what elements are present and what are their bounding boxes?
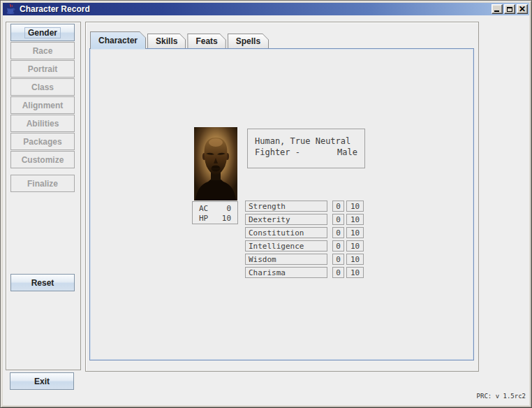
ability-mod-field: 0 bbox=[332, 201, 344, 212]
ability-name-field: Intelligence bbox=[245, 240, 327, 252]
summary-race-alignment: Human, True Neutral bbox=[255, 136, 357, 147]
tab-feats[interactable]: Feats bbox=[187, 34, 226, 48]
ability-name-field: Wisdom bbox=[245, 254, 327, 265]
tab-character[interactable]: Character bbox=[90, 31, 146, 49]
ability-name-field: Charisma bbox=[245, 267, 327, 278]
sidebar-item-abilities: Abilities bbox=[10, 115, 75, 132]
character-summary-box: Human, True Neutral Fighter - Male bbox=[247, 129, 365, 168]
ability-mod-field: 0 bbox=[332, 227, 344, 238]
ability-mod-field: 0 bbox=[332, 254, 344, 265]
ability-score-field: 10 bbox=[346, 214, 364, 225]
titlebar: Character Record ✕ bbox=[3, 3, 529, 15]
ability-name-field: Dexterity bbox=[245, 214, 327, 225]
tab-strip: Character Skills Feats Spells bbox=[90, 31, 270, 48]
character-tab-content: AC 0 HP 10 Human, True Neutral Fighter -… bbox=[89, 48, 474, 360]
maximize-icon bbox=[507, 7, 512, 12]
ability-name-field: Constitution bbox=[245, 227, 327, 238]
sidebar-item-packages: Packages bbox=[10, 133, 75, 150]
ability-score-field: 10 bbox=[346, 254, 364, 265]
minimize-button[interactable] bbox=[492, 4, 503, 14]
character-record-window: Character Record ✕ Gender Race Portrait … bbox=[0, 0, 532, 408]
combat-stats-box: AC 0 HP 10 bbox=[192, 201, 238, 224]
tab-skills[interactable]: Skills bbox=[147, 34, 186, 48]
client-area: Gender Race Portrait Class Alignment Abi… bbox=[3, 15, 529, 405]
ac-value: 0 bbox=[222, 204, 231, 213]
tab-panel: Character Skills Feats Spells bbox=[85, 22, 479, 372]
reset-button[interactable]: Reset bbox=[10, 274, 75, 291]
close-button[interactable]: ✕ bbox=[517, 4, 528, 14]
summary-class: Fighter - bbox=[255, 147, 300, 158]
sidebar-item-customize: Customize bbox=[10, 151, 75, 168]
sidebar-item-race: Race bbox=[10, 42, 75, 59]
close-icon: ✕ bbox=[519, 6, 526, 13]
sidebar-item-class: Class bbox=[10, 78, 75, 96]
ability-mod-field: 0 bbox=[332, 267, 344, 278]
version-label: PRC: v 1.5rc2 bbox=[477, 393, 526, 400]
ability-score-field: 10 bbox=[346, 267, 364, 278]
hp-value: 10 bbox=[222, 214, 231, 223]
exit-button[interactable]: Exit bbox=[10, 372, 74, 390]
portrait-image bbox=[194, 127, 237, 201]
ac-label: AC bbox=[199, 204, 208, 213]
hp-label: HP bbox=[199, 214, 208, 223]
sidebar-item-alignment: Alignment bbox=[10, 96, 75, 114]
minimize-icon bbox=[494, 10, 499, 12]
window-title: Character Record bbox=[20, 4, 490, 14]
ability-mod-field: 0 bbox=[332, 240, 344, 252]
sidebar-item-portrait: Portrait bbox=[10, 60, 75, 78]
summary-gender: Male bbox=[337, 147, 357, 158]
wizard-sidebar: Gender Race Portrait Class Alignment Abi… bbox=[6, 22, 81, 370]
maximize-button[interactable] bbox=[504, 4, 515, 14]
tab-spells[interactable]: Spells bbox=[228, 34, 269, 48]
sidebar-item-gender[interactable]: Gender bbox=[10, 24, 75, 41]
ability-score-field: 10 bbox=[346, 227, 364, 238]
ability-score-field: 10 bbox=[346, 201, 364, 212]
ability-name-field: Strength bbox=[245, 201, 327, 212]
ability-score-field: 10 bbox=[346, 240, 364, 252]
java-cup-icon[interactable] bbox=[5, 3, 16, 15]
gender-button-label: Gender bbox=[24, 27, 61, 38]
ability-mod-field: 0 bbox=[332, 214, 344, 225]
finalize-button: Finalize bbox=[10, 175, 75, 192]
